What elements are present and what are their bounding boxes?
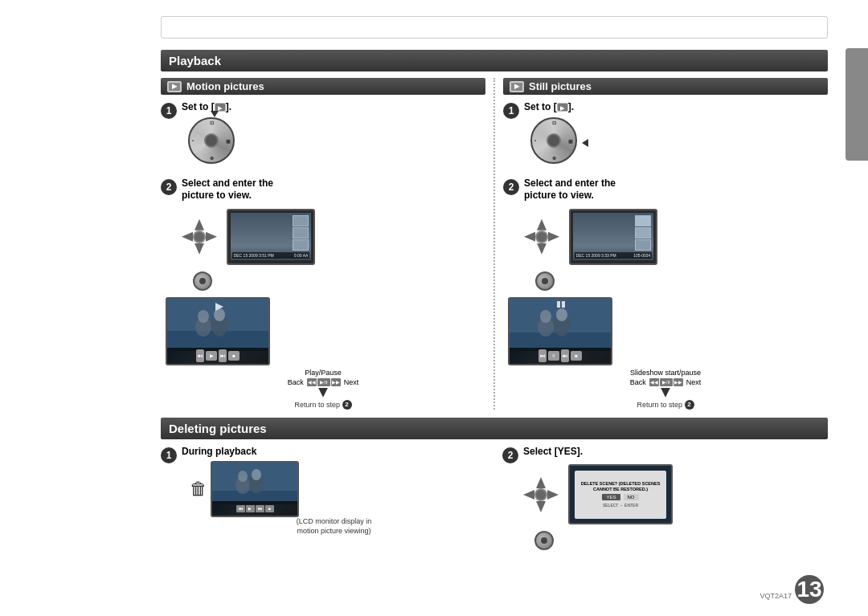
del-ctrl-play: ▶: [246, 505, 255, 512]
motion-step2-number: 2: [161, 179, 177, 195]
motion-step1-number: 1: [161, 103, 177, 119]
confirm-message: DELETE SCENE? (DELETED SCENES CANNOT BE …: [578, 481, 662, 492]
still-btn-playpause-small: ▶/II: [660, 378, 673, 386]
del-ctrl-ff: ⏭: [256, 505, 264, 512]
motion-thumb-row: [293, 215, 309, 251]
still-joystick-wheel: [535, 271, 555, 291]
dpad-down[interactable]: [194, 243, 204, 255]
delete-dpad-up[interactable]: [536, 477, 546, 488]
confirm-screen-content: DELETE SCENE? (DELETED SCENES CANNOT BE …: [575, 471, 665, 519]
still-step2: 2 Select and enter the picture to view.: [503, 177, 828, 291]
still-screen-count: 105-0034: [633, 253, 650, 258]
confirm-no-btn[interactable]: NO: [624, 494, 639, 500]
still-screen-date: DEC 15 2009 3:33 PM: [576, 253, 616, 258]
page: Playback ▶ Motion pictures 1 Set to [▶].: [0, 0, 868, 616]
svg-point-12: [540, 310, 551, 323]
svg-point-14: [556, 308, 567, 321]
still-joystick: [535, 271, 828, 291]
delete-dpad-container: DELETE SCENE? (DELETED SCENES CANNOT BE …: [523, 461, 828, 528]
dial-marker-left: •: [192, 138, 194, 143]
motion-dial-arrow: [211, 111, 219, 117]
thumb-1: [293, 215, 309, 226]
still-dpad-up[interactable]: [537, 219, 547, 230]
still-step1-number: 1: [503, 103, 519, 119]
motion-icon: ▶: [167, 81, 182, 92]
motion-nav-labels: Back ◀◀ ▶/II ▶▶ Next: [161, 378, 485, 386]
still-joystick-center: [542, 278, 548, 284]
back-label-still: Back: [630, 378, 646, 386]
svg-rect-10: [562, 301, 565, 308]
still-down-arrow-icon: [661, 388, 670, 398]
next-label-still: Next: [686, 378, 702, 386]
page-number: 13: [795, 575, 824, 604]
motion-step1-text: Set to [▶].: [182, 101, 485, 114]
deleting-title: Deleting pictures: [161, 418, 828, 439]
confirm-buttons: YES NO: [602, 494, 638, 500]
still-dial-circle: ⊡ ▣ • ⊕: [530, 117, 577, 164]
still-video-content: ⏮ II ⏭ ■: [510, 299, 611, 364]
playback-columns: ▶ Motion pictures 1 Set to [▶].: [161, 78, 828, 410]
playback-section: Playback ▶ Motion pictures 1 Set to [▶].: [161, 50, 828, 410]
dpad-center[interactable]: [193, 230, 206, 243]
screen-date: DEC 15 2009 3:51 PM: [234, 253, 274, 258]
still-screen-thumb: DEC 15 2009 3:33 PM 105-0034: [569, 209, 657, 265]
motion-pictures-label: Motion pictures: [186, 80, 264, 92]
playback-title: Playback: [161, 50, 828, 71]
still-dpad-down[interactable]: [537, 243, 547, 255]
still-step1-text: Set to [▶].: [524, 101, 828, 114]
motion-step1: 1 Set to [▶]. ⊡: [161, 101, 485, 171]
delete-dpad-right[interactable]: [547, 490, 559, 500]
still-thumb-1: [635, 215, 651, 226]
delete-step1-content: During playback 🗑: [182, 446, 486, 536]
delete-dpad: [523, 477, 559, 512]
svg-point-18: [238, 471, 248, 482]
ctrl-rewind-stop: ⏮: [196, 349, 204, 362]
delete-scene-svg: [212, 463, 299, 504]
ctrl-ff: ⏭: [219, 349, 227, 362]
still-marker-right: ▣: [568, 137, 573, 143]
motion-step1-content: Set to [▶]. ⊡ ▣ • ⊕: [182, 101, 485, 171]
still-step1-dial: ⊡ ▣ • ⊕: [530, 117, 583, 169]
delete-caption: (LCD monitor display in motion picture v…: [182, 517, 486, 536]
delete-step2-content: Select [YES].: [523, 446, 828, 551]
still-return-step: Return to step 2: [503, 400, 828, 410]
delete-dpad-left[interactable]: [523, 490, 534, 500]
play-pause-label: Play/Pause: [161, 369, 485, 377]
still-dpad-container: DEC 15 2009 3:33 PM 105-0034: [524, 206, 828, 268]
confirm-yes-btn[interactable]: YES: [602, 494, 620, 500]
motion-video-content: ⏮ ▶ ⏭ ■: [167, 299, 268, 364]
still-thumb-3: [635, 239, 651, 251]
dpad-right[interactable]: [206, 232, 217, 242]
still-icon: ▶: [510, 81, 524, 92]
delete-dpad-center[interactable]: [534, 488, 547, 501]
still-step2-number: 2: [503, 179, 519, 195]
delete-columns: 1 During playback 🗑: [161, 446, 828, 557]
motion-pictures-header: ▶ Motion pictures: [161, 78, 485, 95]
svg-point-20: [252, 469, 261, 480]
delete-joystick-wheel: [534, 531, 554, 550]
motion-screen-info: DEC 15 2009 3:51 PM 0:00 AA: [232, 252, 310, 259]
still-step1-content: Set to [▶]. ⊡ ▣ • ⊕: [524, 101, 828, 171]
delete-joystick: [534, 531, 828, 550]
still-thumb-2: [635, 227, 651, 239]
joystick-center: [199, 278, 206, 284]
delete-step2: 2 Select [YES].: [502, 446, 828, 551]
still-pictures-header: ▶ Still pictures: [503, 78, 828, 95]
motion-dial-markers: ⊡ ▣ • ⊕: [190, 119, 233, 162]
dpad-left[interactable]: [182, 232, 193, 242]
still-dpad-center[interactable]: [535, 230, 548, 243]
delete-col-right: 2 Select [YES].: [494, 446, 828, 557]
motion-step1-dial: ⊡ ▣ • ⊕: [188, 117, 240, 169]
motion-step2-content: Select and enter the picture to view.: [182, 177, 485, 291]
top-bar: [161, 16, 828, 39]
delete-step2-number: 2: [502, 447, 518, 463]
still-video-screen: ⏮ II ⏭ ■: [508, 297, 612, 365]
still-dpad-left[interactable]: [524, 232, 535, 242]
dpad-up[interactable]: [194, 219, 204, 230]
delete-dpad-down[interactable]: [536, 501, 546, 512]
still-ctrl-prev: ⏮: [538, 349, 547, 362]
still-dpad-right[interactable]: [548, 232, 559, 242]
deleting-section: Deleting pictures 1 During playback 🗑: [161, 418, 828, 557]
confirm-select-enter: SELECT ← ENTER: [603, 503, 638, 508]
still-thumb-row: [635, 215, 651, 251]
